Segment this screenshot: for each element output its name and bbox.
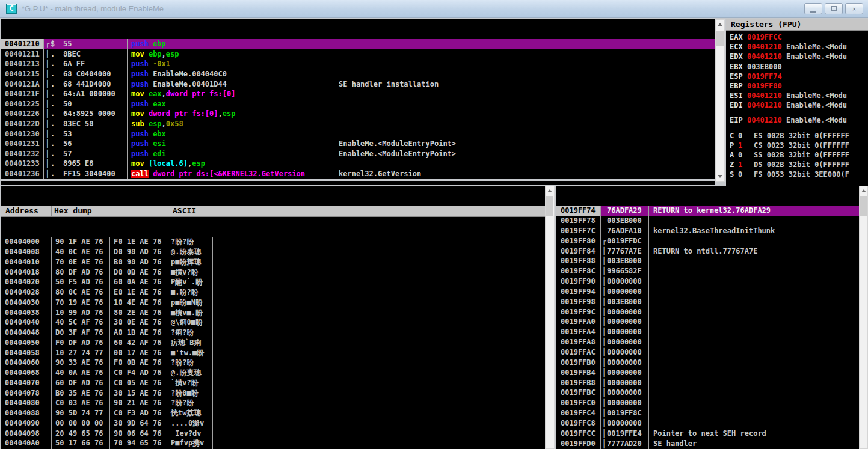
- hexdump-row[interactable]: 0040401070 0E AE 76B0 98 AD 76p■盼辉璁: [1, 257, 545, 267]
- hexdump-row[interactable]: 0040402880 0C AE 76E0 1E AE 76■.盼?盼: [1, 287, 545, 298]
- minimize-button[interactable]: [804, 3, 822, 14]
- scroll-up-icon[interactable]: [546, 186, 554, 195]
- hexdump-row[interactable]: 00404050F0 DF AD 7660 42 AF 76疠璁`B痢: [1, 338, 545, 348]
- scroll-down-icon[interactable]: [716, 172, 724, 181]
- hexdump-row[interactable]: 0040409000 00 00 0030 9D 64 76....0濰v: [1, 418, 545, 429]
- stack-row[interactable]: 0019FF88│003EB000: [556, 256, 859, 266]
- hexdump-row[interactable]: 0040400840 0C AE 76D0 98 AD 76@.盼泰璁: [1, 247, 545, 257]
- hexdump-row[interactable]: 0040406840 0A AE 76C0 F4 AD 76@.盼叓璁: [1, 368, 545, 378]
- scroll-up-icon[interactable]: [860, 186, 867, 195]
- stack-row[interactable]: 0019FFC4│0019FF8C: [556, 408, 859, 418]
- hexdump-row[interactable]: 0040402050 F5 AD 7660 0A AE 76P醐v`.盼: [1, 277, 545, 287]
- register-row[interactable]: ECX 00401210 EnableMe.<Modu: [730, 42, 868, 52]
- stack-row[interactable]: 0019FFD0│7777AD20SE handler: [556, 439, 859, 449]
- stack-row[interactable]: 0019FF8C│9966582F: [556, 266, 859, 276]
- hexdump-scrollbar[interactable]: [545, 186, 555, 449]
- stack-row[interactable]: 0019FFB8│00000000: [556, 378, 859, 388]
- hexdump-row[interactable]: 0040409820 49 65 7690 06 64 76 Iev?dv: [1, 429, 545, 439]
- hexdump-row[interactable]: 0040400090 1F AE 76F0 1E AE 76?盼?盼: [1, 237, 545, 247]
- disasm-row[interactable]: 0040121A│.68 441D4000push EnableMe.00401…: [1, 79, 715, 90]
- disasm-row[interactable]: 0040121F│.64:A1 000000mov eax,dword ptr …: [1, 89, 715, 99]
- disasm-row[interactable]: 00401230│.53push ebx: [1, 129, 715, 139]
- instruction: xor edx,edx: [128, 179, 334, 180]
- stack-row[interactable]: 0019FFCC│0019FFE4Pointer to next SEH rec…: [556, 429, 859, 439]
- hexdump-row[interactable]: 0040404040 5C AF 7630 0E AE 76@\痢0■盼: [1, 317, 545, 328]
- disasm-row[interactable]: 00401232│.57push ediEnableMe.<ModuleEntr…: [1, 149, 715, 159]
- register-row[interactable]: EDI 00401210 EnableMe.<Modu: [730, 100, 868, 110]
- flag-row[interactable]: A0SS 002B 32bit 0(FFFFFF: [730, 150, 868, 160]
- hex-bytes: 90 21 AE 76: [110, 398, 168, 408]
- stack-row[interactable]: 0019FFA8│00000000: [556, 337, 859, 347]
- stack-row[interactable]: 0019FFAC│00000000: [556, 347, 859, 358]
- hexdump-row[interactable]: 0040407060 DF AD 76C0 05 AE 76`撗v?盼: [1, 378, 545, 388]
- stack-comment: kernel32.BaseThreadInitThunk: [649, 226, 859, 236]
- register-row[interactable]: ESI 00401210 EnableMe.<Modu: [730, 91, 868, 100]
- stack-row[interactable]: 0019FF7C76ADFA10kernel32.BaseThreadInitT…: [556, 226, 859, 236]
- stack-scroll-thumb[interactable]: [860, 196, 867, 216]
- hexdump-row[interactable]: 0040406090 33 AE 76F0 0B AE 76?盼?盼: [1, 358, 545, 368]
- stack-scrollbar[interactable]: [859, 186, 868, 449]
- hexdump-scroll-thumb[interactable]: [546, 196, 553, 216]
- hexdump-address: 00404058: [1, 348, 52, 358]
- flag-row[interactable]: C0ES 002B 32bit 0(FFFFFF: [730, 131, 868, 141]
- scroll-up-icon[interactable]: [716, 20, 724, 29]
- hexdump-row[interactable]: 0040401880 DF AD 76D0 0B AE 76■撗v?盼: [1, 267, 545, 278]
- disasm-row[interactable]: 00401215│.68 C0404000push EnableMe.00404…: [1, 69, 715, 79]
- disasm-row[interactable]: 00401210┌$55push ebp: [1, 39, 715, 49]
- stack-row[interactable]: 0019FF9C│00000000: [556, 307, 859, 317]
- disasm-address: 00401213: [1, 59, 44, 69]
- hexdump-row[interactable]: 0040403810 99 AD 7680 2E AE 76■樻v■.盼: [1, 308, 545, 318]
- stack-row[interactable]: 0019FFB4│00000000: [556, 368, 859, 378]
- hex-bytes: 80 0C AE 76: [52, 287, 110, 298]
- register-row[interactable]: ESP 0019FF74: [730, 72, 868, 81]
- register-row[interactable]: EAX 0019FFCC: [730, 32, 868, 42]
- flag-row[interactable]: P1CS 0023 32bit 0(FFFFFF: [730, 141, 868, 150]
- disasm-row[interactable]: 00401211│.8BECmov ebp,esp: [1, 49, 715, 60]
- stack-value: 76ADFA29: [607, 206, 649, 216]
- register-row[interactable]: EDX 00401210 EnableMe.<Modu: [730, 52, 868, 61]
- disasm-row[interactable]: 0040123C│.33D2xor edx,edxEnableMe.<Modul…: [1, 179, 715, 180]
- hexdump-row[interactable]: 00404078B0 35 AE 7630 15 AE 76?盼0■盼: [1, 388, 545, 399]
- stack-comment: SE handler: [649, 439, 859, 449]
- stack-row[interactable]: 0019FFA4│00000000: [556, 327, 859, 337]
- stack-row[interactable]: 0019FFB0│00000000: [556, 358, 859, 368]
- hexdump-row[interactable]: 004040A050 17 66 7670 94 65 76P■fvp携v: [1, 438, 545, 448]
- disasm-row[interactable]: 00401213│.6A FFpush -0x1: [1, 59, 715, 69]
- stack-row[interactable]: 0019FF78003EB000: [556, 216, 859, 226]
- stack-row[interactable]: 0019FFA0│00000000: [556, 317, 859, 327]
- stack-row[interactable]: 0019FFC0│00000000: [556, 398, 859, 408]
- disasm-row[interactable]: 00401225│.50push eax: [1, 99, 715, 109]
- disasm-row[interactable]: 00401226│.64:8925 0000mov dword ptr fs:[…: [1, 109, 715, 119]
- flag-row[interactable]: S0FS 0053 32bit 3EE000(F: [730, 170, 868, 179]
- flag-row[interactable]: Z1DS 002B 32bit 0(FFFFFF: [730, 160, 868, 170]
- disassembly-scroll-thumb[interactable]: [716, 31, 724, 46]
- register-row[interactable]: EBX 003EB000: [730, 62, 868, 72]
- stack-row[interactable]: 0019FF98│003EB000: [556, 297, 859, 307]
- register-row[interactable]: EBP 0019FF80: [730, 81, 868, 91]
- close-button[interactable]: ✕: [845, 3, 863, 14]
- stack-row[interactable]: 0019FF94│00000000: [556, 287, 859, 297]
- disasm-comment: EnableMe.<ModuleEntryPoint>: [334, 139, 715, 149]
- stack-row[interactable]: 0019FFC8│00000000: [556, 418, 859, 429]
- opcode-bytes: 8BEC: [63, 49, 128, 60]
- disasm-address: 00401210: [1, 39, 44, 49]
- disasm-row[interactable]: 0040122D│.83EC 58sub esp,0x58: [1, 119, 715, 129]
- stack-row[interactable]: 0019FFBC│00000000: [556, 388, 859, 398]
- disasm-row[interactable]: 00401231│.56push esiEnableMe.<ModuleEntr…: [1, 139, 715, 149]
- stack-row[interactable]: 0019FF7476ADFA29RETURN to kernel32.76ADF…: [556, 206, 859, 216]
- stack-row[interactable]: 0019FF80┌0019FFDC: [556, 236, 859, 246]
- hexdump-row[interactable]: 00404048D0 3F AF 76A0 1B AE 76?痢?盼: [1, 328, 545, 338]
- register-row[interactable]: EIP 00401210 EnableMe.<Modu: [730, 115, 868, 125]
- stack-row[interactable]: 0019FF84│77767A7ERETURN to ntdll.77767A7…: [556, 246, 859, 257]
- hexdump-row[interactable]: 00404080C0 03 AE 7690 21 AE 76?盼?盼: [1, 398, 545, 408]
- hexdump-row[interactable]: 0040403070 19 AE 7610 4E AE 76p■盼■N盼: [1, 298, 545, 308]
- disasm-comment: [334, 89, 715, 99]
- stack-row[interactable]: 0019FF90│00000000: [556, 276, 859, 287]
- maximize-button[interactable]: [825, 3, 843, 14]
- disassembly-scrollbar[interactable]: [715, 19, 725, 182]
- disasm-row[interactable]: 00401236│.FF15 3040400call dword ptr ds:…: [1, 169, 715, 179]
- hexdump-row[interactable]: 0040408890 5D 74 77C0 F3 AD 76恍tw荔璁: [1, 408, 545, 418]
- ascii-text: ?痢?盼: [168, 328, 213, 338]
- disasm-row[interactable]: 00401233│.8965 E8mov [local.6],esp: [1, 159, 715, 169]
- hexdump-row[interactable]: 0040405810 27 74 7700 17 AE 76■'tw.■盼: [1, 348, 545, 358]
